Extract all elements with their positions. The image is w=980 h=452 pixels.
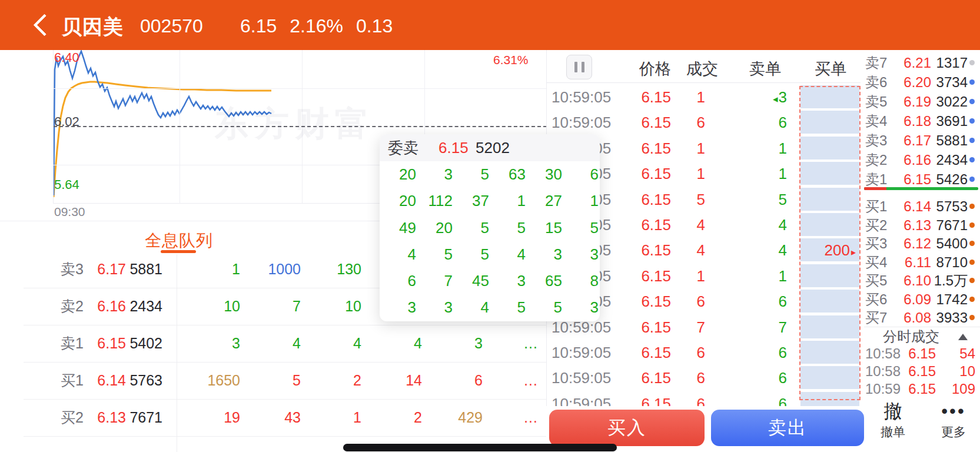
tape-row-buy-cell [800,341,859,365]
queue-row[interactable]: 卖16.15540234443… [0,325,546,362]
tape-row-volume: 7 [670,315,705,340]
popup-header: 委卖 6.15 5202 [380,134,600,161]
top-bar: 贝因美 002570 6.152.16%0.13 [0,0,980,50]
chart-low-label: 5.64 [54,178,79,191]
popup-queue-value: 5 [453,241,489,268]
tick-row-time: 10:58 [865,345,901,363]
book-row-buy[interactable]: 买16.145753 [864,197,980,216]
quote-price: 6.15 [240,15,277,36]
queue-cell: 43 [247,399,301,436]
queue-row[interactable]: 买16.145763165052146… [0,362,546,399]
watermark: 东方财富 [215,101,375,147]
book-row-sell[interactable]: 卖16.155426 [864,170,980,189]
more-button[interactable]: ••• 更多 [932,401,975,439]
book-row-sell[interactable]: 卖46.183691 [864,111,980,131]
popup-queue-value: 15 [526,215,562,241]
book-row-buy[interactable]: 买36.125400 [864,234,980,253]
chart-time-label: 09:30 [54,205,85,218]
tick-row-volume: 10 [935,363,975,380]
book-row-buy[interactable]: 买76.083933 [864,308,980,327]
book-row-sell[interactable]: 卖66.203734 [864,72,980,92]
order-dot-icon [969,157,975,162]
tape-row-buy-cell [800,315,859,340]
tape-row-price: 6.15 [618,161,671,187]
book-row-sell[interactable]: 卖76.211317 [864,53,980,72]
tick-row[interactable]: 10:596.15109 [864,380,980,398]
tick-row-time: 10:59 [865,380,901,398]
popup-queue-value: 5 [453,161,489,188]
queue-cell: 130 [307,251,361,288]
book-row-volume: 1317 [923,53,968,72]
book-row-label: 卖4 [865,111,887,131]
book-row-volume: 2434 [923,150,968,170]
pause-button[interactable] [566,55,592,79]
book-row-buy[interactable]: 买26.137671 [864,215,980,235]
queue-row[interactable]: 买26.137671194312429… [0,399,546,436]
tape-row-price: 6.15 [618,365,671,391]
queue-cell: 1000 [247,251,301,288]
tape-row[interactable]: 10:59:056.151◂3 [547,85,862,110]
tape-row[interactable]: 10:59:056.1566 [547,110,862,135]
sell-button[interactable]: 卖出 [711,410,864,446]
more-icon: ••• [932,401,975,421]
cancel-order-button[interactable]: 撤 撤单 [870,401,916,439]
tape-row-volume: 6 [670,289,705,314]
popup-queue-value: 4 [489,241,526,268]
popup-queue-value: 37 [453,188,489,214]
book-row-volume: 5881 [923,131,968,150]
book-row-sell[interactable]: 卖36.175881 [864,131,980,150]
tape-row-price: 6.15 [618,238,671,263]
tape-row-price: 6.15 [618,212,671,238]
popup-queue-value: 5 [562,215,599,241]
popup-queue-value: 20 [380,161,416,188]
chart-high-label: 6.40 [54,51,79,64]
home-indicator[interactable] [343,444,617,451]
back-icon[interactable] [33,14,55,36]
book-row-buy[interactable]: 买46.118710 [864,252,980,272]
tape-row-sell-orders: 6 [740,365,787,391]
queue-cell: 3 [186,325,240,362]
queue-cell: 14 [368,362,422,399]
book-row-buy[interactable]: 买66.091742 [864,290,980,309]
book-row-sell[interactable]: 卖56.193022 [864,92,980,111]
book-row-buy[interactable]: 买56.101.5万 [864,271,980,290]
tape-header-price: 价格 [639,58,671,79]
queue-more-ellipsis: … [494,325,539,362]
order-dot-icon [969,222,975,228]
book-row-label: 买5 [865,271,887,290]
stock-quote: 6.152.16%0.13 [240,15,406,37]
sell-queue-popup[interactable]: 委卖 6.15 5202 203563306201123712714920551… [380,134,600,321]
popup-queue-value: 3 [380,294,416,321]
tab-holographic-queue[interactable]: 全息队列 [145,230,213,252]
queue-cell: 2 [368,399,422,436]
book-row-sell[interactable]: 卖26.162434 [864,150,980,170]
tape-row-buy-cell [800,366,859,390]
buy-button[interactable]: 买入 [549,410,705,446]
queue-row-price: 6.16 [89,288,126,325]
book-row-label: 卖3 [865,131,887,150]
quote-change: 0.13 [356,15,393,36]
tick-list-title[interactable]: 分时成交 [864,328,958,345]
tape-row-volume: 6 [670,110,705,135]
tape-row-sell-orders: 5 [740,187,787,212]
tape-row-price: 6.15 [618,315,671,340]
book-row-volume: 1742 [923,290,968,309]
tape-row[interactable]: 10:59:056.1566 [547,365,862,391]
book-row-volume: 3933 [923,308,968,327]
stock-code: 002570 [140,15,203,37]
popup-queue-value: 3 [562,294,599,321]
popup-queue-value: 30 [526,161,562,188]
popup-queue-value: 27 [526,188,562,214]
tick-row[interactable]: 10:586.1510 [864,363,980,380]
tape-row[interactable]: 10:59:056.1566 [547,340,862,365]
tick-row-volume: 109 [935,380,975,398]
queue-cell: 1 [307,399,361,436]
collapse-up-icon[interactable] [958,334,968,340]
popup-queue-value: 49 [380,215,416,241]
popup-queue-grid: 2035633062011237127149205515545543367453… [380,161,599,321]
popup-queue-value: 3 [526,241,562,268]
book-row-volume: 3022 [923,92,968,111]
divider [547,82,861,83]
chart-prevclose-label: 6.02 [54,115,79,128]
tick-row[interactable]: 10:586.1554 [864,345,980,363]
